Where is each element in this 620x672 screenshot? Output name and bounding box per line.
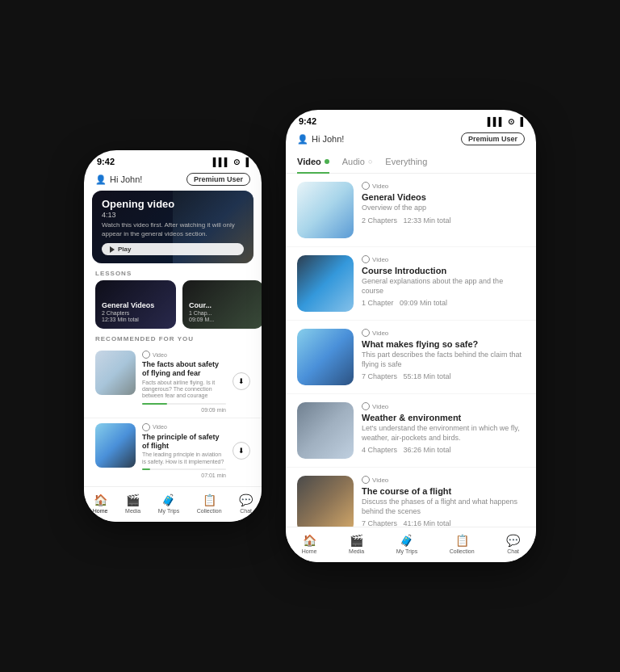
- course-circle-3: [362, 402, 370, 410]
- course-title-1: Course Introduction: [362, 266, 525, 275]
- nav-collection-left[interactable]: 📋 Collection: [197, 494, 222, 514]
- course-type-3: Video: [362, 402, 525, 410]
- rec-item-1[interactable]: Video The principle of safety of flight …: [84, 418, 262, 483]
- course-type-1: Video: [362, 255, 525, 263]
- course-thumb-3: [297, 402, 354, 459]
- course-circle-0: [362, 182, 370, 190]
- rec-duration-1: 07:01 min: [142, 472, 226, 478]
- home-label-right: Home: [302, 548, 317, 554]
- tab-audio[interactable]: Audio ○: [342, 150, 373, 173]
- course-title-2: What makes flying so safe?: [362, 339, 525, 349]
- play-button[interactable]: Play: [102, 243, 244, 255]
- circle-icon-0: [142, 351, 150, 359]
- rec-progress-fill-0: [142, 403, 167, 405]
- download-icon-0: ⬇: [238, 377, 245, 385]
- rec-title-1: The principle of safety of flight: [142, 433, 226, 451]
- hero-duration: 4:13: [102, 211, 244, 219]
- course-item-3[interactable]: Video Weather & environment Let's unders…: [286, 394, 536, 468]
- lesson-duration-1: 09:09 M...: [189, 317, 257, 322]
- nav-chat-right[interactable]: 💬 Chat: [506, 534, 520, 554]
- nav-chat-left[interactable]: 💬 Chat: [239, 494, 253, 514]
- collection-icon-left: 📋: [203, 494, 216, 506]
- lessons-scroll: General Videos 2 Chapters 12:33 Min tota…: [84, 280, 262, 329]
- phone-right: 9:42 ▌▌▌ ⊙ ▐ 👤 Hi John! Premium User Vid…: [286, 110, 536, 562]
- course-info-1: Video Course Introduction General explan…: [362, 255, 525, 312]
- tab-audio-label: Audio: [342, 157, 365, 166]
- chat-icon-left: 💬: [239, 494, 253, 506]
- course-meta-3: 4 Chapters 36:26 Min total: [362, 446, 525, 454]
- course-type-0: Video: [362, 182, 525, 190]
- course-desc-2: This part describes the facts behind the…: [362, 351, 525, 369]
- hero-title: Opening video: [102, 198, 244, 210]
- course-item-0[interactable]: Video General Videos Overview of the app…: [286, 174, 536, 247]
- course-item-1[interactable]: Video Course Introduction General explan…: [286, 247, 536, 321]
- rec-desc-0: Facts about airline flying. Is it danger…: [142, 380, 226, 400]
- course-thumb-0: [297, 182, 354, 238]
- rec-progress-bar-1: [142, 468, 226, 470]
- course-item-4[interactable]: Video The course of a flight Discuss the…: [286, 468, 536, 527]
- status-bar-right: 9:42 ▌▌▌ ⊙ ▐: [286, 110, 536, 129]
- course-title-4: The course of a flight: [362, 486, 525, 496]
- collection-label-right: Collection: [450, 548, 475, 554]
- greeting-left: 👤 Hi John!: [95, 174, 142, 185]
- media-icon-left: 🎬: [126, 494, 140, 506]
- greeting-text-left: Hi John!: [110, 174, 142, 184]
- hero-description: Watch this video first. After watching i…: [102, 221, 244, 238]
- rec-info-1: Video The principle of safety of flight …: [142, 423, 226, 478]
- lesson-duration-0: 12:33 Min total: [102, 317, 170, 322]
- rec-desc-1: The leading principle in aviation is saf…: [142, 452, 226, 465]
- user-icon-right: 👤: [297, 134, 308, 145]
- course-type-4: Video: [362, 476, 525, 484]
- course-circle-2: [362, 329, 370, 337]
- signal-icon: ▌▌▌: [213, 158, 230, 166]
- trips-label-left: My Trips: [158, 508, 179, 514]
- course-thumb-4: [297, 476, 354, 527]
- battery-icon-right: ▐: [517, 117, 523, 126]
- rec-progress-fill-1: [142, 468, 150, 470]
- audio-indicator: ○: [368, 158, 372, 166]
- course-meta-2: 7 Chapters 55:18 Min total: [362, 372, 525, 380]
- course-desc-3: Let's understand the environment in whic…: [362, 424, 525, 443]
- course-thumb-1: [297, 255, 354, 312]
- signal-icons-right: ▌▌▌ ⊙ ▐: [488, 117, 523, 126]
- home-icon-left: 🏠: [94, 494, 107, 506]
- nav-home-left[interactable]: 🏠 Home: [93, 494, 108, 514]
- tab-everything[interactable]: Everything: [385, 150, 427, 173]
- rec-thumb-0: [95, 351, 136, 395]
- home-icon-right: 🏠: [303, 534, 316, 547]
- time-right: 9:42: [299, 116, 316, 126]
- rec-download-button-1[interactable]: ⬇: [232, 442, 250, 460]
- rec-info-0: Video The facts about safety of flying a…: [142, 351, 226, 413]
- rec-item-0[interactable]: Video The facts about safety of flying a…: [84, 346, 262, 418]
- nav-collection-right[interactable]: 📋 Collection: [450, 534, 475, 554]
- rec-progress-bar-0: [142, 403, 226, 405]
- bottom-nav-right: 🏠 Home 🎬 Media 🧳 My Trips 📋 Collection 💬…: [286, 527, 536, 562]
- nav-media-left[interactable]: 🎬 Media: [125, 494, 140, 514]
- course-item-2[interactable]: Video What makes flying so safe? This pa…: [286, 321, 536, 394]
- lesson-card-0[interactable]: General Videos 2 Chapters 12:33 Min tota…: [95, 280, 176, 329]
- circle-icon-1: [142, 423, 150, 431]
- course-type-2: Video: [362, 329, 525, 337]
- tab-video[interactable]: Video: [297, 150, 329, 173]
- download-icon-1: ⬇: [238, 447, 245, 455]
- status-bar-left: 9:42 ▌▌▌ ⊙ ▐: [84, 150, 262, 170]
- nav-trips-right[interactable]: 🧳 My Trips: [396, 534, 417, 554]
- lesson-card-1[interactable]: Cour... 1 Chap... 09:09 M...: [182, 280, 262, 329]
- hero-overlay: Opening video 4:13 Watch this video firs…: [92, 191, 253, 263]
- recommended-section-label: RECOMMENDED FOR YOU: [84, 329, 262, 346]
- hero-video[interactable]: Opening video 4:13 Watch this video firs…: [92, 191, 253, 263]
- app-header-left: 👤 Hi John! Premium User: [84, 170, 262, 191]
- chat-label-right: Chat: [507, 548, 519, 554]
- course-desc-1: General explanations about the app and t…: [362, 277, 525, 296]
- rec-type-0: Video: [142, 351, 226, 359]
- rec-download-button-0[interactable]: ⬇: [232, 372, 250, 390]
- course-circle-4: [362, 476, 370, 484]
- collection-icon-right: 📋: [455, 534, 469, 547]
- nav-media-right[interactable]: 🎬 Media: [349, 534, 364, 554]
- lesson-title-0: General Videos: [102, 301, 170, 309]
- media-label-right: Media: [349, 548, 364, 554]
- wifi-icon: ⊙: [233, 158, 240, 166]
- nav-home-right[interactable]: 🏠 Home: [302, 534, 317, 554]
- nav-trips-left[interactable]: 🧳 My Trips: [158, 494, 179, 514]
- course-meta-4: 7 Chapters 41:16 Min total: [362, 519, 525, 527]
